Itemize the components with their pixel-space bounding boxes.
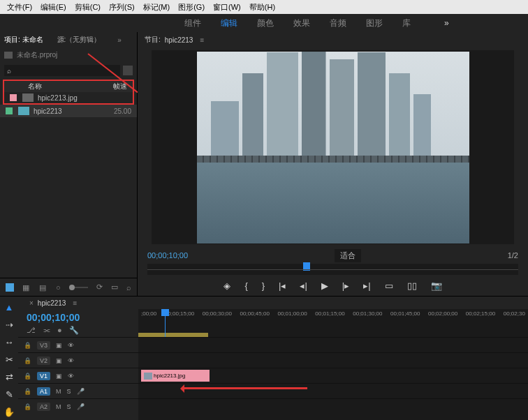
timeline-sequence-tab[interactable]: hpic2213	[38, 299, 66, 307]
snap-icon[interactable]: ⎇	[27, 326, 36, 335]
track-header-v3[interactable]: 🔒V3▣👁	[18, 337, 138, 352]
track-label[interactable]: V2	[37, 357, 50, 365]
zoom-fit-select[interactable]: 适合	[335, 249, 361, 262]
timeline-ruler[interactable]: ;00;00 00;00;15;00 00;00;30;00 00;00;45;…	[138, 309, 528, 337]
mute-icon[interactable]: M	[56, 388, 61, 395]
lift-button[interactable]: ▭	[385, 280, 393, 291]
toggle-output-icon[interactable]: ▣	[56, 357, 62, 364]
project-search-input[interactable]	[4, 65, 120, 76]
project-item-sequence[interactable]: hpic2213 25.00	[0, 105, 137, 117]
panel-menu-icon[interactable]: ≡	[73, 299, 77, 307]
project-filter-icon[interactable]	[123, 66, 133, 75]
track-v3-lane[interactable]	[138, 337, 528, 352]
toggle-output-icon[interactable]: ▣	[56, 373, 62, 380]
track-a2-lane[interactable]	[138, 398, 528, 414]
track-v1-lane[interactable]: hpic2213.jpg	[138, 368, 528, 383]
mute-icon[interactable]: M	[56, 403, 61, 410]
thumbnail-size-slider[interactable]	[69, 287, 88, 288]
zoom-out-icon[interactable]: ○	[56, 283, 61, 292]
lock-icon[interactable]: 🔒	[24, 403, 31, 410]
add-marker-icon[interactable]: ●	[57, 326, 62, 335]
track-header-a1[interactable]: 🔒A1MS🎤	[18, 383, 138, 398]
menu-edit[interactable]: 编辑(E)	[36, 2, 71, 13]
panel-menu-icon[interactable]: ≡	[200, 36, 204, 44]
new-bin-icon[interactable]: ▭	[111, 283, 118, 292]
pen-tool[interactable]: ✎	[6, 389, 13, 400]
slip-tool[interactable]: ⇄	[6, 372, 13, 382]
export-frame-button[interactable]: 📷	[431, 280, 442, 291]
ws-more[interactable]: »	[434, 18, 459, 28]
voice-icon[interactable]: 🎤	[77, 388, 85, 395]
freeform-view-icon[interactable]: ▤	[39, 283, 47, 292]
find-icon[interactable]: ⌕	[126, 283, 131, 292]
go-to-out-button[interactable]: ▸|	[363, 280, 370, 291]
go-to-in-button[interactable]: |◂	[279, 280, 286, 291]
lock-icon[interactable]: 🔒	[24, 342, 31, 349]
track-select-tool[interactable]: ⇢	[6, 320, 13, 330]
track-header-v1[interactable]: 🔒V1▣👁	[18, 368, 138, 383]
menu-marker[interactable]: 标记(M)	[139, 2, 175, 13]
ripple-edit-tool[interactable]: ↔	[5, 337, 14, 347]
program-timecode[interactable]: 00;00;10;00	[147, 251, 188, 260]
track-label[interactable]: A1	[37, 387, 50, 396]
ws-effects[interactable]: 效果	[284, 17, 320, 29]
tab-project[interactable]: 项目: 未命名	[4, 35, 43, 45]
extract-button[interactable]: ▯▯	[407, 280, 417, 291]
settings-icon[interactable]: 🔧	[69, 326, 79, 335]
solo-icon[interactable]: S	[67, 403, 71, 410]
eye-icon[interactable]: 👁	[68, 342, 74, 349]
icon-view-icon[interactable]: ▦	[22, 283, 31, 292]
menu-window[interactable]: 窗口(W)	[209, 2, 245, 13]
lock-icon[interactable]: 🔒	[24, 357, 31, 364]
tab-source[interactable]: 源:（无剪辑）	[57, 35, 101, 45]
menu-file[interactable]: 文件(F)	[3, 2, 36, 13]
voice-icon[interactable]: 🎤	[77, 403, 85, 410]
menu-sequence[interactable]: 序列(S)	[105, 2, 139, 13]
play-button[interactable]: ▶	[321, 280, 328, 291]
program-sequence-name[interactable]: hpic2213	[165, 36, 193, 44]
razor-tool[interactable]: ✂	[6, 354, 13, 365]
track-label[interactable]: A2	[37, 403, 50, 411]
timeline-clip[interactable]: hpic2213.jpg	[141, 370, 210, 382]
add-marker-button[interactable]: ◈	[223, 280, 230, 291]
mark-in-button[interactable]: {	[244, 280, 247, 291]
lock-icon[interactable]: 🔒	[24, 388, 31, 395]
ws-library[interactable]: 库	[393, 17, 420, 29]
panel-more[interactable]: »	[117, 36, 122, 44]
step-forward-button[interactable]: |▸	[342, 280, 349, 291]
eye-icon[interactable]: 👁	[68, 357, 74, 364]
resolution-select[interactable]: 1/2	[508, 251, 518, 260]
track-label[interactable]: V1	[37, 372, 50, 380]
selection-tool[interactable]: ▲	[5, 302, 14, 313]
menu-help[interactable]: 帮助(H)	[245, 2, 279, 13]
program-preview[interactable]	[152, 50, 514, 244]
menu-clip[interactable]: 剪辑(C)	[71, 2, 105, 13]
step-back-button[interactable]: ◂|	[300, 280, 307, 291]
track-header-a2[interactable]: 🔒A2MS🎤	[18, 398, 138, 414]
toggle-output-icon[interactable]: ▣	[56, 342, 62, 349]
hand-tool[interactable]: ✋	[3, 407, 15, 417]
ws-audio[interactable]: 音频	[320, 17, 356, 29]
ws-editing[interactable]: 编辑	[211, 17, 247, 29]
track-content-area[interactable]: hpic2213.jpg	[138, 337, 528, 420]
project-item-image[interactable]: hpic2213.jpg	[3, 92, 134, 105]
playhead-icon[interactable]	[303, 262, 310, 271]
program-scrubber[interactable]	[147, 264, 518, 275]
track-label[interactable]: V3	[37, 341, 50, 350]
mark-out-button[interactable]: }	[262, 280, 265, 291]
eye-icon[interactable]: 👁	[68, 373, 74, 380]
ws-graphics[interactable]: 图形	[356, 17, 393, 29]
ws-color[interactable]: 颜色	[247, 17, 284, 29]
col-rate[interactable]: 帧速	[113, 82, 127, 91]
lock-icon[interactable]: 🔒	[24, 373, 31, 380]
solo-icon[interactable]: S	[67, 388, 71, 395]
timeline-timecode[interactable]: 00;00;10;00	[27, 312, 130, 323]
menu-graphics[interactable]: 图形(G)	[174, 2, 209, 13]
list-view-icon[interactable]	[6, 283, 14, 292]
track-header-v2[interactable]: 🔒V2▣👁	[18, 352, 138, 368]
ws-assembly[interactable]: 组件	[175, 17, 211, 29]
sort-icon[interactable]: ⟳	[96, 283, 103, 292]
track-v2-lane[interactable]	[138, 352, 528, 368]
linked-selection-icon[interactable]: ⫘	[43, 326, 50, 335]
close-seq-icon[interactable]: ×	[29, 299, 34, 307]
